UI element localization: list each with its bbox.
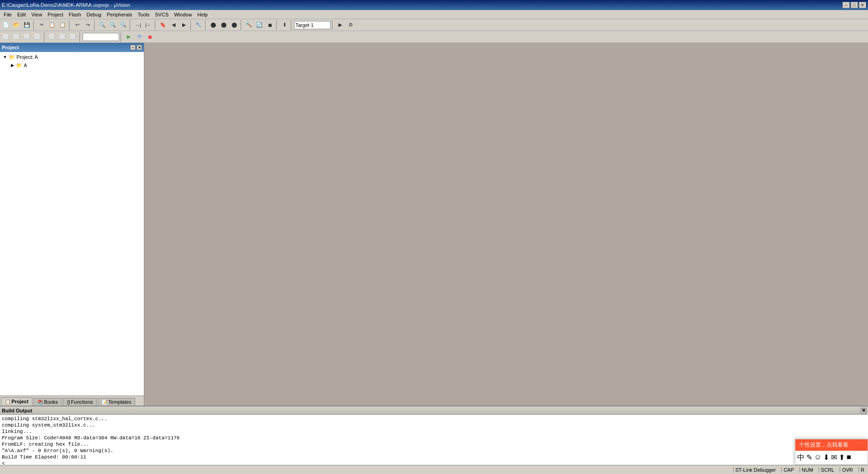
app: E:\Caogao\LoRa-Demo2\A\MDK-ARM\A.uvprojx… — [0, 0, 868, 474]
indent-button[interactable]: →| — [133, 20, 143, 30]
csdn-tool-6[interactable]: ■ — [847, 453, 851, 463]
tb2-rebuild[interactable]: ⟳ — [134, 32, 144, 42]
tab-icon-templates: 📝 — [102, 400, 107, 405]
menu-item-file[interactable]: File — [1, 11, 15, 18]
tab-templates[interactable]: 📝Templates — [98, 398, 135, 406]
cpu-button[interactable]: ⚙ — [346, 20, 356, 30]
cut-button[interactable]: ✂ — [37, 20, 47, 30]
csdn-tool-1[interactable]: ✎ — [806, 453, 812, 463]
tree-item-project-a[interactable]: ▼ 📁 Project: A — [1, 53, 143, 61]
target-select[interactable] — [294, 21, 331, 29]
minimize-button[interactable]: ─ — [842, 2, 850, 8]
panel-header-buttons: − ✕ — [130, 45, 142, 50]
target-button[interactable]: 🔧 — [194, 20, 204, 30]
menu-item-tools[interactable]: Tools — [135, 11, 153, 18]
build-output-line: FromELF: creating hex file... — [2, 441, 866, 448]
csdn-widget: 个性设置，点我看看 中✎☺⬇✉⬆■ — [795, 439, 868, 465]
build-output-line: < — [2, 460, 866, 465]
menu-item-edit[interactable]: Edit — [15, 11, 29, 18]
tb2-btn1[interactable]: ⬜ — [1, 32, 11, 42]
copy-button[interactable]: 📋 — [47, 20, 57, 30]
tree-item-a[interactable]: ▶ 📁 A — [1, 61, 143, 69]
next-bookmark-button[interactable]: ▶ — [179, 20, 189, 30]
tab-label-project: Project — [11, 399, 28, 404]
sep11 — [332, 20, 334, 30]
build-button[interactable]: 🔨 — [244, 20, 254, 30]
debug-start-button[interactable]: ▶ — [335, 20, 345, 30]
panel-pin-button[interactable]: − — [130, 45, 136, 50]
rebuild-button[interactable]: 🔄 — [254, 20, 264, 30]
menu-item-view[interactable]: View — [29, 11, 45, 18]
build-output-line: compiling stm32l1xx_hal_cortex.c... — [2, 416, 866, 422]
status-cap: CAP — [781, 467, 796, 473]
dbg-icon2[interactable]: ⬤ — [219, 20, 229, 30]
editor-area — [144, 43, 868, 406]
tree-label-project: Project: A — [16, 54, 38, 60]
tab-functions[interactable]: {}Functions — [63, 398, 97, 406]
tb2-btn4[interactable]: ⬜ — [32, 32, 42, 42]
title-bar-controls: ─ □ ✕ — [842, 2, 866, 8]
csdn-banner[interactable]: 个性设置，点我看看 — [795, 439, 868, 451]
tb2-stop[interactable]: ⏹ — [145, 32, 155, 42]
build-output-content: compiling stm32l1xx_hal_cortex.c...compi… — [0, 415, 868, 465]
csdn-tool-0[interactable]: 中 — [797, 453, 805, 463]
menu-item-svcs[interactable]: SVCS — [152, 11, 171, 18]
new-button[interactable]: 📄 — [1, 20, 11, 30]
find-prev-button[interactable]: 🔍 — [118, 20, 128, 30]
dbg-icon1[interactable]: ⬤ — [208, 20, 218, 30]
csdn-tool-3[interactable]: ⬇ — [823, 453, 829, 463]
csdn-tool-2[interactable]: ☺ — [814, 453, 821, 463]
csdn-tools: 中✎☺⬇✉⬆■ — [795, 451, 868, 464]
menu-item-debug[interactable]: Debug — [84, 11, 104, 18]
build-output-pin[interactable]: ⊠ — [861, 408, 866, 413]
sep10 — [291, 20, 293, 30]
csdn-tool-4[interactable]: ✉ — [831, 453, 837, 463]
project-tree: ▼ 📁 Project: A ▶ 📁 A — [0, 52, 144, 396]
tb2-btn2[interactable]: ⬜ — [11, 32, 21, 42]
find-button[interactable]: 🔍 — [97, 20, 107, 30]
build-output-header: Build Output ⊠ — [0, 406, 868, 415]
sep12 — [44, 32, 46, 42]
menu-item-window[interactable]: Window — [171, 11, 195, 18]
download-button[interactable]: ⬇ — [279, 20, 289, 30]
tb2-build[interactable]: ▶ — [124, 32, 134, 42]
folder-icon-a: 📁 — [16, 62, 23, 69]
expander-a: ▶ — [9, 62, 16, 68]
stop-build-button[interactable]: ⏹ — [265, 20, 275, 30]
status-num: NUM — [800, 467, 815, 473]
sep13 — [79, 32, 81, 42]
tb2-btn6[interactable]: ⬜ — [58, 32, 68, 42]
maximize-button[interactable]: □ — [851, 2, 858, 8]
prev-bookmark-button[interactable]: ◀ — [168, 20, 179, 30]
status-ovr: OVR — [840, 467, 855, 473]
menu-item-project[interactable]: Project — [45, 11, 66, 18]
open-button[interactable]: 📂 — [11, 20, 21, 30]
menu-item-peripherals[interactable]: Peripherals — [104, 11, 135, 18]
save-button[interactable]: 💾 — [22, 20, 32, 30]
close-button[interactable]: ✕ — [859, 2, 866, 8]
paste-button[interactable]: 📋 — [58, 20, 68, 30]
title-bar: E:\Caogao\LoRa-Demo2\A\MDK-ARM\A.uvprojx… — [0, 0, 868, 10]
panel-close-button[interactable]: ✕ — [137, 45, 142, 50]
tb2-btn5[interactable]: ⬜ — [47, 32, 57, 42]
sep9 — [276, 20, 278, 30]
csdn-tool-5[interactable]: ⬆ — [839, 453, 845, 463]
menu-item-flash[interactable]: Flash — [66, 11, 84, 18]
redo-button[interactable]: ↪ — [83, 20, 93, 30]
tb2-btn7[interactable]: ⬜ — [68, 32, 78, 42]
bookmark-button[interactable]: 🔖 — [158, 20, 168, 30]
undo-button[interactable]: ↩ — [72, 20, 82, 30]
content-area: Project − ✕ ▼ 📁 Project: A ▶ 📁 — [0, 43, 868, 465]
build-output-line: Program Size: Code=4048 RO-data=304 RW-d… — [2, 435, 866, 441]
tab-books[interactable]: 📚Books — [33, 398, 62, 406]
build-target-input[interactable]: A — [83, 33, 119, 41]
menu-item-help[interactable]: Help — [195, 11, 210, 18]
find-next-button[interactable]: 🔍 — [108, 20, 118, 30]
build-output-line: "A\A.axf" - 0 Error(s), 0 Warning(s). — [2, 448, 866, 454]
tb2-btn3[interactable]: ⬜ — [22, 32, 32, 42]
left-panel: Project − ✕ ▼ 📁 Project: A ▶ 📁 — [0, 43, 144, 406]
tab-project[interactable]: 📋Project — [1, 397, 32, 406]
tab-icon-project: 📋 — [5, 399, 11, 404]
unindent-button[interactable]: |← — [143, 20, 153, 30]
dbg-icon3[interactable]: ⬤ — [229, 20, 239, 30]
